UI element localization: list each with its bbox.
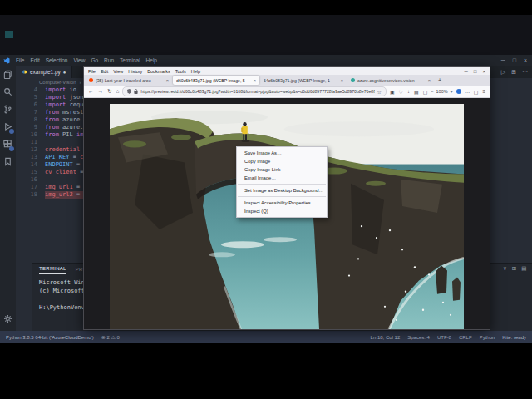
python-file-icon	[22, 69, 27, 75]
code-text: import json	[45, 94, 83, 101]
tab-close-icon[interactable]: ×	[428, 78, 431, 83]
tab-close-icon[interactable]: ×	[166, 78, 169, 83]
error-icon: ⊗	[101, 335, 106, 340]
vscode-menu-item[interactable]: Run	[104, 57, 114, 63]
browser-tab[interactable]: d60c6b483g71.jpg (WEBP Image, 5 ×	[173, 76, 259, 85]
firefox-menu-item[interactable]: History	[128, 69, 142, 74]
tab-close-icon[interactable]: ×	[341, 78, 343, 83]
line-number: 10	[16, 131, 45, 139]
browser-tab[interactable]: 64c6b083g71.jpg (WEBP Image, 1 ×	[260, 76, 347, 85]
firefox-window-control-button[interactable]: ×	[482, 69, 485, 74]
firefox-menu-item[interactable]: File	[88, 69, 96, 74]
vscode-menu-item[interactable]: Selection	[46, 57, 68, 63]
toolbar-icon[interactable]: ▢	[423, 89, 428, 95]
firefox-menu-item[interactable]: Edit	[101, 69, 108, 74]
breadcrumb-folder[interactable]: Computer-Vision	[39, 80, 76, 85]
editor-action-icon[interactable]: ⋯	[522, 69, 528, 76]
toolbar-icon[interactable]: ↓	[407, 89, 410, 95]
nav-icon[interactable]: ⌂	[116, 88, 119, 95]
line-number: 16	[16, 176, 45, 184]
bookmarks-icon[interactable]	[0, 153, 16, 170]
context-menu-item[interactable]: Copy Image	[237, 157, 327, 165]
panel-action-icon[interactable]: ∨	[503, 265, 507, 272]
code-text: img_url2 =	[45, 191, 83, 199]
firefox-window-controls: ─□×	[465, 67, 485, 75]
vscode-menu-item[interactable]: File	[16, 57, 24, 63]
toolbar-icon[interactable]: ▤	[414, 89, 419, 95]
tab-close-icon[interactable]: ×	[254, 78, 256, 83]
editor-tab-example1[interactable]: example1.py ●	[16, 66, 72, 78]
browser-tab[interactable]: azure.cognitiveservices.vision ×	[347, 76, 434, 85]
image-context-menu: Save Image As…Copy ImageCopy Image LinkE…	[236, 146, 328, 218]
vscode-menu-item[interactable]: View	[73, 57, 85, 63]
zoom-in-button[interactable]: +	[451, 89, 453, 94]
explorer-icon[interactable]	[0, 66, 16, 83]
shield-icon[interactable]	[127, 89, 131, 94]
panel-action-icon[interactable]: ▤	[521, 265, 526, 272]
tab-title: d60c6b483g71.jpg (WEBP Image, 5	[176, 78, 251, 83]
context-menu-item[interactable]: Set Image as Desktop Background…	[237, 186, 327, 195]
source-control-icon[interactable]	[0, 101, 16, 118]
vscode-menu-item[interactable]: Terminal	[120, 57, 140, 63]
context-menu-item[interactable]	[238, 196, 326, 197]
bookmark-star-icon[interactable]: ☆	[377, 89, 382, 95]
run-debug-icon[interactable]	[0, 118, 16, 135]
panel-tab[interactable]: TERMINAL	[39, 264, 66, 274]
status-bar-item[interactable]: UTF-8	[437, 335, 451, 340]
editor-tab-label: example1.py	[30, 69, 61, 75]
zoom-level[interactable]: 100%	[436, 89, 448, 94]
status-bar-item[interactable]: Kite: ready	[502, 335, 526, 340]
nav-icon[interactable]: →	[98, 88, 104, 95]
firefox-menu-item[interactable]: Bookmarks	[147, 69, 170, 74]
vscode-window-control-button[interactable]: □	[513, 57, 516, 63]
extensions-icon[interactable]	[0, 135, 16, 153]
status-bar-item[interactable]: Python	[480, 335, 495, 340]
new-tab-button[interactable]: +	[435, 77, 445, 83]
firefox-window-control-button[interactable]: □	[474, 69, 477, 74]
toolbar-icon[interactable]: ▢	[474, 89, 479, 95]
nav-icon[interactable]: ↻	[107, 88, 111, 95]
context-menu-item[interactable]: Copy Image Link	[237, 165, 327, 174]
zoom-out-button[interactable]: −	[431, 89, 433, 94]
context-menu-item[interactable]: Email Image…	[237, 174, 327, 182]
status-bar-item[interactable]: Ln 18, Col 12	[371, 335, 401, 340]
toolbar-icons-right: ⋯▢≡	[465, 89, 485, 95]
breadcrumb-separator: ›	[80, 80, 81, 85]
python-interpreter-status[interactable]: Python 3.8.5 64-bit ('AzureCloudDemo')	[6, 335, 94, 340]
search-icon[interactable]	[0, 83, 16, 101]
firefox-menu-item[interactable]: Help	[191, 69, 200, 74]
toolbar-icon[interactable]: ⋯	[465, 89, 470, 95]
context-menu-item[interactable]: Inspect Accessibility Properties	[237, 199, 327, 207]
url-bar[interactable]: https://preview.redd.it/d60c6b483g71.jpg…	[122, 86, 387, 96]
firefox-menu-item[interactable]: View	[113, 69, 123, 74]
context-menu-item[interactable]	[238, 184, 326, 185]
toolbar-icon[interactable]: ≡	[482, 89, 485, 95]
toolbar-icon[interactable]: ♡	[399, 89, 403, 95]
letterbox-bottom	[0, 343, 532, 399]
editor-action-icons: ▷⊞⋯	[501, 66, 528, 78]
toolbar-icon[interactable]: ▣	[390, 89, 395, 95]
firefox-menu-item[interactable]: Tools	[175, 69, 186, 74]
toolbar-icons-left: ▣♡↓▤▢	[390, 89, 427, 95]
nav-icon[interactable]: ←	[88, 88, 94, 95]
problems-status[interactable]: ⊗ 2 ⚠ 0	[101, 334, 120, 340]
status-bar-item[interactable]: CRLF	[459, 335, 472, 340]
editor-action-icon[interactable]: ▷	[501, 69, 505, 76]
firefox-window-control-button[interactable]: ─	[465, 69, 468, 74]
firefox-tab-bar: (35) Last year I traveled arou × d60c6b4…	[84, 75, 490, 86]
status-bar-item[interactable]: Spaces: 4	[407, 335, 430, 340]
vscode-window-control-button[interactable]: ─	[501, 57, 505, 63]
line-number: 9	[16, 124, 45, 131]
vscode-menu-item[interactable]: Edit	[30, 57, 39, 63]
vscode-menu-item[interactable]: Go	[91, 57, 98, 63]
vscode-menu-item[interactable]: Help	[146, 57, 157, 63]
panel-action-icon[interactable]: ⊞	[512, 265, 516, 272]
browser-tab[interactable]: (35) Last year I traveled arou ×	[86, 76, 172, 85]
vscode-window-control-button[interactable]: ×	[524, 57, 527, 63]
context-menu-item[interactable]: Inspect (Q)	[237, 207, 327, 215]
editor-action-icon[interactable]: ⊞	[511, 69, 516, 76]
profile-icon[interactable]	[456, 89, 461, 94]
settings-gear-icon[interactable]	[0, 310, 16, 328]
context-menu-item[interactable]: Save Image As…	[237, 149, 327, 157]
vscode-status-bar: Python 3.8.5 64-bit ('AzureCloudDemo') ⊗…	[0, 331, 532, 343]
